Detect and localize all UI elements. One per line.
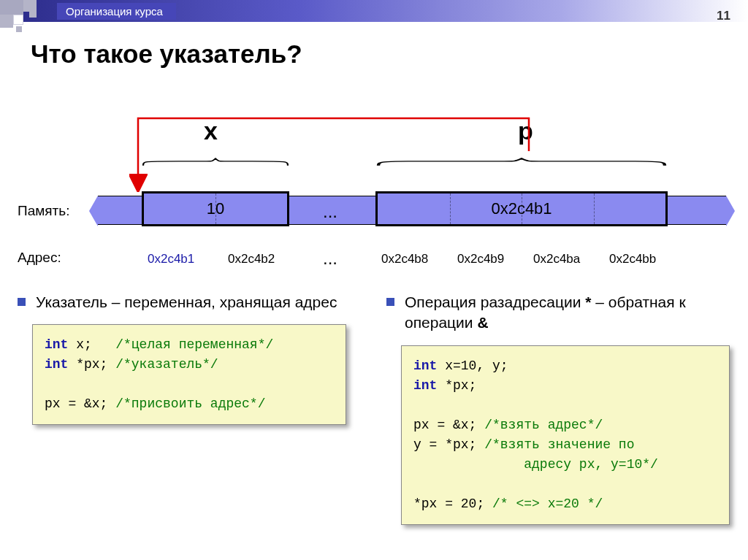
comment: /*указатель*/ xyxy=(115,357,218,372)
code-text: x; xyxy=(68,337,115,352)
comment: /*присвоить адрес*/ xyxy=(115,396,265,411)
code-text: *px; xyxy=(437,378,476,393)
code-text: *px; xyxy=(68,357,115,372)
right-bullet: Операция разадресации * – обратная к опе… xyxy=(386,292,733,334)
blank-line xyxy=(413,398,421,413)
kw: int xyxy=(413,358,437,373)
body-columns: Указатель – переменная, хранящая адрес i… xyxy=(18,292,733,525)
comment: /* <=> x=20 */ xyxy=(492,496,603,511)
left-bullet: Указатель – переменная, хранящая адрес xyxy=(18,292,365,312)
right-bullet-text: Операция разадресации * – обратная к опе… xyxy=(405,292,733,334)
comment: /*целая переменная*/ xyxy=(115,337,273,352)
header-bar: Организация курса xyxy=(0,0,748,22)
left-code: int x; /*целая переменная*/ int *px; /*у… xyxy=(32,324,346,425)
bullet-icon xyxy=(18,298,26,306)
left-bullet-text: Указатель – переменная, хранящая адрес xyxy=(36,292,337,312)
right-code: int x=10, y; int *px; px = &x; /*взять а… xyxy=(401,345,730,525)
bullet-icon xyxy=(386,298,394,306)
txt: Операция разадресации xyxy=(405,294,585,310)
cell-p: 0x2c4b1 xyxy=(375,191,668,226)
blank-line xyxy=(413,477,421,491)
cell-x: 10 xyxy=(142,191,289,226)
amp-op: & xyxy=(477,314,488,331)
memory-diagram: x p Память: Адрес: 10 0x2c4b1 ... ... 0x… xyxy=(18,110,733,277)
code-text: px = &x; xyxy=(413,418,484,432)
kw: int xyxy=(45,337,68,352)
comment: /*взять адрес*/ xyxy=(484,418,603,432)
code-text: *px = 20; xyxy=(413,496,492,511)
code-text: px = &x; xyxy=(45,396,115,411)
kw: int xyxy=(413,378,437,393)
breadcrumb: Организация курса xyxy=(57,3,176,20)
header-decoration xyxy=(0,0,51,37)
blank-line xyxy=(45,377,53,391)
page-title: Что такое указатель? xyxy=(31,39,748,69)
right-column: Операция разадресации * – обратная к опе… xyxy=(386,292,733,525)
code-text: y = *px; xyxy=(413,437,484,452)
left-column: Указатель – переменная, хранящая адрес i… xyxy=(18,292,365,525)
code-text: x=10, y; xyxy=(437,358,508,373)
kw: int xyxy=(45,357,68,372)
comment: /*взять значение по xyxy=(484,437,634,452)
comment: адресу px, y=10*/ xyxy=(413,457,658,472)
page-number: 11 xyxy=(717,9,730,23)
